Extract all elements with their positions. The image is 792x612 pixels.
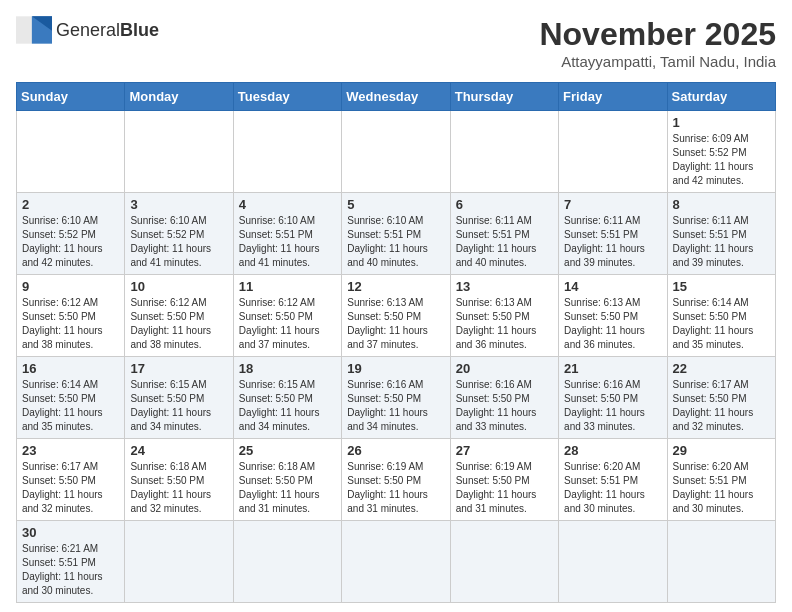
day-info: Sunrise: 6:11 AMSunset: 5:51 PMDaylight:… (456, 214, 553, 270)
calendar-cell: 8Sunrise: 6:11 AMSunset: 5:51 PMDaylight… (667, 193, 775, 275)
calendar-cell: 11Sunrise: 6:12 AMSunset: 5:50 PMDayligh… (233, 275, 341, 357)
day-info: Sunrise: 6:15 AMSunset: 5:50 PMDaylight:… (130, 378, 227, 434)
day-number: 28 (564, 443, 661, 458)
day-info: Sunrise: 6:16 AMSunset: 5:50 PMDaylight:… (564, 378, 661, 434)
day-info: Sunrise: 6:13 AMSunset: 5:50 PMDaylight:… (564, 296, 661, 352)
calendar-cell: 25Sunrise: 6:18 AMSunset: 5:50 PMDayligh… (233, 439, 341, 521)
day-number: 10 (130, 279, 227, 294)
calendar-cell: 7Sunrise: 6:11 AMSunset: 5:51 PMDaylight… (559, 193, 667, 275)
day-info: Sunrise: 6:11 AMSunset: 5:51 PMDaylight:… (564, 214, 661, 270)
day-info: Sunrise: 6:11 AMSunset: 5:51 PMDaylight:… (673, 214, 770, 270)
calendar-cell: 21Sunrise: 6:16 AMSunset: 5:50 PMDayligh… (559, 357, 667, 439)
calendar-cell: 1Sunrise: 6:09 AMSunset: 5:52 PMDaylight… (667, 111, 775, 193)
location-title: Attayyampatti, Tamil Nadu, India (539, 53, 776, 70)
calendar-cell: 10Sunrise: 6:12 AMSunset: 5:50 PMDayligh… (125, 275, 233, 357)
calendar-cell (450, 521, 558, 603)
logo: GeneralBlue (16, 16, 159, 44)
day-number: 7 (564, 197, 661, 212)
calendar-cell: 23Sunrise: 6:17 AMSunset: 5:50 PMDayligh… (17, 439, 125, 521)
day-number: 30 (22, 525, 119, 540)
day-number: 14 (564, 279, 661, 294)
day-info: Sunrise: 6:19 AMSunset: 5:50 PMDaylight:… (456, 460, 553, 516)
day-info: Sunrise: 6:10 AMSunset: 5:52 PMDaylight:… (130, 214, 227, 270)
calendar-cell: 26Sunrise: 6:19 AMSunset: 5:50 PMDayligh… (342, 439, 450, 521)
day-number: 12 (347, 279, 444, 294)
logo-icon (16, 16, 52, 44)
title-area: November 2025 Attayyampatti, Tamil Nadu,… (539, 16, 776, 70)
day-info: Sunrise: 6:10 AMSunset: 5:51 PMDaylight:… (239, 214, 336, 270)
day-info: Sunrise: 6:18 AMSunset: 5:50 PMDaylight:… (130, 460, 227, 516)
calendar-cell (559, 111, 667, 193)
day-number: 24 (130, 443, 227, 458)
weekday-header-thursday: Thursday (450, 83, 558, 111)
calendar-cell: 28Sunrise: 6:20 AMSunset: 5:51 PMDayligh… (559, 439, 667, 521)
day-info: Sunrise: 6:14 AMSunset: 5:50 PMDaylight:… (22, 378, 119, 434)
calendar-cell: 15Sunrise: 6:14 AMSunset: 5:50 PMDayligh… (667, 275, 775, 357)
weekday-header-wednesday: Wednesday (342, 83, 450, 111)
day-info: Sunrise: 6:16 AMSunset: 5:50 PMDaylight:… (347, 378, 444, 434)
calendar-cell: 22Sunrise: 6:17 AMSunset: 5:50 PMDayligh… (667, 357, 775, 439)
weekday-header-tuesday: Tuesday (233, 83, 341, 111)
day-number: 2 (22, 197, 119, 212)
day-info: Sunrise: 6:16 AMSunset: 5:50 PMDaylight:… (456, 378, 553, 434)
day-number: 8 (673, 197, 770, 212)
day-number: 17 (130, 361, 227, 376)
calendar-cell: 12Sunrise: 6:13 AMSunset: 5:50 PMDayligh… (342, 275, 450, 357)
calendar-cell: 14Sunrise: 6:13 AMSunset: 5:50 PMDayligh… (559, 275, 667, 357)
calendar-cell (342, 521, 450, 603)
day-number: 21 (564, 361, 661, 376)
day-number: 20 (456, 361, 553, 376)
calendar-cell (233, 111, 341, 193)
calendar-cell (125, 521, 233, 603)
calendar-cell: 3Sunrise: 6:10 AMSunset: 5:52 PMDaylight… (125, 193, 233, 275)
day-number: 16 (22, 361, 119, 376)
calendar-cell (342, 111, 450, 193)
day-number: 11 (239, 279, 336, 294)
calendar-cell: 18Sunrise: 6:15 AMSunset: 5:50 PMDayligh… (233, 357, 341, 439)
day-info: Sunrise: 6:12 AMSunset: 5:50 PMDaylight:… (22, 296, 119, 352)
calendar-week-row: 16Sunrise: 6:14 AMSunset: 5:50 PMDayligh… (17, 357, 776, 439)
day-info: Sunrise: 6:13 AMSunset: 5:50 PMDaylight:… (456, 296, 553, 352)
calendar-cell (667, 521, 775, 603)
calendar-week-row: 30Sunrise: 6:21 AMSunset: 5:51 PMDayligh… (17, 521, 776, 603)
calendar-cell: 13Sunrise: 6:13 AMSunset: 5:50 PMDayligh… (450, 275, 558, 357)
day-info: Sunrise: 6:20 AMSunset: 5:51 PMDaylight:… (673, 460, 770, 516)
day-info: Sunrise: 6:14 AMSunset: 5:50 PMDaylight:… (673, 296, 770, 352)
calendar-cell: 20Sunrise: 6:16 AMSunset: 5:50 PMDayligh… (450, 357, 558, 439)
day-info: Sunrise: 6:10 AMSunset: 5:52 PMDaylight:… (22, 214, 119, 270)
weekday-header-monday: Monday (125, 83, 233, 111)
day-number: 18 (239, 361, 336, 376)
day-number: 23 (22, 443, 119, 458)
weekday-header-saturday: Saturday (667, 83, 775, 111)
day-info: Sunrise: 6:21 AMSunset: 5:51 PMDaylight:… (22, 542, 119, 598)
calendar-cell: 9Sunrise: 6:12 AMSunset: 5:50 PMDaylight… (17, 275, 125, 357)
day-info: Sunrise: 6:20 AMSunset: 5:51 PMDaylight:… (564, 460, 661, 516)
calendar-cell: 4Sunrise: 6:10 AMSunset: 5:51 PMDaylight… (233, 193, 341, 275)
day-info: Sunrise: 6:18 AMSunset: 5:50 PMDaylight:… (239, 460, 336, 516)
month-title: November 2025 (539, 16, 776, 53)
day-number: 6 (456, 197, 553, 212)
day-number: 29 (673, 443, 770, 458)
calendar-table: SundayMondayTuesdayWednesdayThursdayFrid… (16, 82, 776, 603)
day-number: 4 (239, 197, 336, 212)
day-info: Sunrise: 6:17 AMSunset: 5:50 PMDaylight:… (673, 378, 770, 434)
day-info: Sunrise: 6:15 AMSunset: 5:50 PMDaylight:… (239, 378, 336, 434)
calendar-cell: 6Sunrise: 6:11 AMSunset: 5:51 PMDaylight… (450, 193, 558, 275)
day-number: 15 (673, 279, 770, 294)
calendar-cell (559, 521, 667, 603)
calendar-week-row: 1Sunrise: 6:09 AMSunset: 5:52 PMDaylight… (17, 111, 776, 193)
calendar-week-row: 2Sunrise: 6:10 AMSunset: 5:52 PMDaylight… (17, 193, 776, 275)
day-number: 9 (22, 279, 119, 294)
calendar-cell (450, 111, 558, 193)
day-info: Sunrise: 6:13 AMSunset: 5:50 PMDaylight:… (347, 296, 444, 352)
calendar-cell: 2Sunrise: 6:10 AMSunset: 5:52 PMDaylight… (17, 193, 125, 275)
weekday-header-row: SundayMondayTuesdayWednesdayThursdayFrid… (17, 83, 776, 111)
calendar-week-row: 23Sunrise: 6:17 AMSunset: 5:50 PMDayligh… (17, 439, 776, 521)
calendar-cell: 24Sunrise: 6:18 AMSunset: 5:50 PMDayligh… (125, 439, 233, 521)
day-info: Sunrise: 6:12 AMSunset: 5:50 PMDaylight:… (239, 296, 336, 352)
calendar-cell (233, 521, 341, 603)
day-number: 19 (347, 361, 444, 376)
weekday-header-friday: Friday (559, 83, 667, 111)
day-number: 25 (239, 443, 336, 458)
calendar-cell (17, 111, 125, 193)
